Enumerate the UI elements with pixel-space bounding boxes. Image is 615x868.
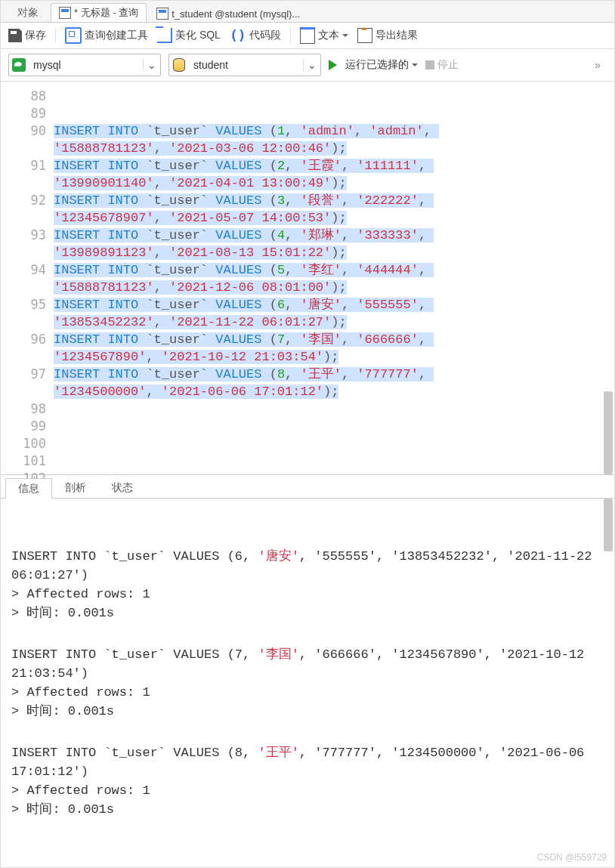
- query-builder-button[interactable]: 查询创建工具: [65, 27, 148, 44]
- tab-table-label: t_student @student (mysql)...: [172, 8, 300, 20]
- snippet-button[interactable]: ()代码段: [230, 29, 281, 42]
- chevron-down-icon: ⌄: [143, 59, 160, 71]
- more-icon[interactable]: »: [595, 59, 607, 71]
- export-button[interactable]: 导出结果: [357, 28, 418, 43]
- watermark: CSDN @l559729: [537, 852, 607, 863]
- connection-select[interactable]: mysql ⌄: [8, 54, 161, 76]
- database-icon: [173, 58, 185, 72]
- separator: [55, 28, 56, 43]
- message-block: INSERT INTO `t_user` VALUES (7, '李国', '6…: [11, 645, 604, 721]
- message-block: INSERT INTO `t_user` VALUES (6, '唐安', '5…: [11, 547, 604, 622]
- database-name: student: [189, 59, 303, 71]
- builder-icon: [65, 27, 82, 44]
- tab-query[interactable]: * 无标题 - 查询: [51, 3, 147, 22]
- database-select[interactable]: student ⌄: [168, 54, 321, 76]
- save-button[interactable]: 保存: [8, 29, 46, 42]
- export-icon: [357, 28, 372, 43]
- mysql-icon: [12, 58, 26, 72]
- objects-label[interactable]: 对象: [7, 4, 49, 22]
- editor-tabs: 对象 * 无标题 - 查询 t_student @student (mysql)…: [1, 1, 614, 23]
- text-icon: [300, 27, 315, 44]
- sql-editor[interactable]: 888990919293949596979899100101102 INSERT…: [1, 82, 614, 475]
- tab-query-label: * 无标题 - 查询: [74, 6, 138, 20]
- chevron-down-icon: [342, 34, 348, 40]
- run-button[interactable]: 运行已选择的: [329, 58, 418, 72]
- code-area[interactable]: INSERT INTO `t_user` VALUES (1, 'admin',…: [54, 82, 614, 474]
- connection-name: mysql: [29, 59, 143, 71]
- message-output[interactable]: INSERT INTO `t_user` VALUES (6, '唐安', '5…: [1, 499, 614, 867]
- tab-info[interactable]: 信息: [5, 478, 52, 499]
- table-icon: [156, 8, 168, 20]
- scrollbar-thumb[interactable]: [604, 391, 613, 474]
- tab-table[interactable]: t_student @student (mysql)...: [148, 5, 308, 22]
- query-icon: [59, 7, 71, 19]
- scrollbar-thumb[interactable]: [604, 499, 613, 551]
- separator: [290, 28, 291, 43]
- tab-status[interactable]: 状态: [99, 477, 146, 498]
- code-icon: (): [230, 29, 246, 42]
- chevron-down-icon: [412, 63, 418, 70]
- play-icon: [329, 60, 342, 70]
- stop-icon: [425, 60, 434, 70]
- beautify-button[interactable]: 美化 SQL: [157, 28, 221, 43]
- chevron-down-icon: ⌄: [303, 59, 320, 71]
- result-tabs: 信息 剖析 状态: [1, 475, 614, 499]
- toolbar: 保存 查询创建工具 美化 SQL ()代码段 文本 导出结果: [1, 23, 614, 49]
- stop-button: 停止: [425, 58, 459, 72]
- tab-profile[interactable]: 剖析: [52, 477, 99, 498]
- save-icon: [8, 29, 22, 42]
- beautify-icon: [157, 28, 172, 43]
- text-button[interactable]: 文本: [300, 27, 348, 44]
- connection-row: mysql ⌄ student ⌄ 运行已选择的 停止 »: [1, 49, 614, 82]
- line-gutter: 888990919293949596979899100101102: [1, 82, 54, 474]
- message-block: INSERT INTO `t_user` VALUES (8, '王平', '7…: [11, 743, 604, 819]
